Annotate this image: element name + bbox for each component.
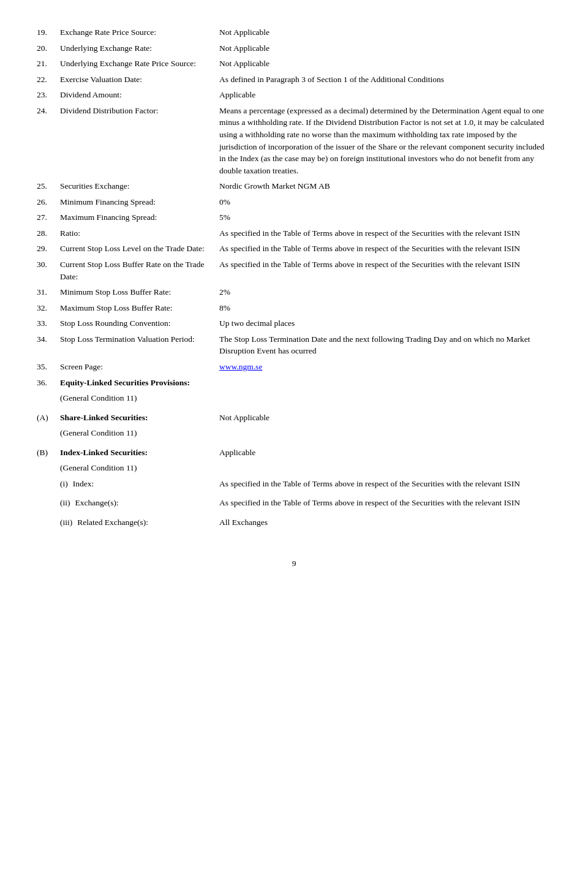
table-row: (B)Index-Linked Securities:Applicable — [37, 445, 551, 461]
row-number: 32. — [37, 300, 60, 316]
row-label: Securities Exchange: — [60, 178, 219, 194]
table-row: 30.Current Stop Loss Buffer Rate on the … — [37, 257, 551, 284]
row-number: 36. — [37, 375, 60, 391]
row-number: 26. — [37, 194, 60, 210]
row-number: 21. — [37, 56, 60, 72]
table-row: (ii)Exchange(s):As specified in the Tabl… — [37, 495, 551, 511]
row-number: 23. — [37, 87, 60, 103]
table-row: 19.Exchange Rate Price Source:Not Applic… — [37, 25, 551, 40]
row-label: Minimum Stop Loss Buffer Rate: — [60, 284, 219, 300]
row-value: Not Applicable — [219, 25, 551, 40]
row-label: Current Stop Loss Level on the Trade Dat… — [60, 241, 219, 257]
row-label: Underlying Exchange Rate Price Source: — [60, 56, 219, 72]
table-row: (A)Share-Linked Securities:Not Applicabl… — [37, 410, 551, 426]
table-row: (General Condition 11) — [37, 390, 551, 406]
row-label: Exercise Valuation Date: — [60, 72, 219, 88]
table-row: (General Condition 11) — [37, 460, 551, 476]
row-label: Current Stop Loss Buffer Rate on the Tra… — [60, 257, 219, 284]
table-row: 20.Underlying Exchange Rate:Not Applicab… — [37, 40, 551, 56]
table-row: 25.Securities Exchange:Nordic Growth Mar… — [37, 178, 551, 194]
row-value: As defined in Paragraph 3 of Section 1 o… — [219, 72, 551, 88]
row-number: 24. — [37, 103, 60, 178]
section-a-value: Not Applicable — [219, 410, 551, 426]
row-value: 0% — [219, 194, 551, 210]
row-value: Means a percentage (expressed as a decim… — [219, 103, 551, 178]
table-row: 23.Dividend Amount:Applicable — [37, 87, 551, 103]
sub-item-label: (iii)Related Exchange(s): — [60, 515, 219, 531]
sub-item-roman — [37, 476, 60, 492]
row-value: Applicable — [219, 87, 551, 103]
table-row: 29.Current Stop Loss Level on the Trade … — [37, 241, 551, 257]
sub-item-value: As specified in the Table of Terms above… — [219, 495, 551, 511]
row-label: Exchange Rate Price Source: — [60, 25, 219, 40]
row-label: Dividend Amount: — [60, 87, 219, 103]
sub-item-value: As specified in the Table of Terms above… — [219, 476, 551, 492]
row-number: 35. — [37, 359, 60, 375]
row-value: As specified in the Table of Terms above… — [219, 241, 551, 257]
row-label: Minimum Financing Spread: — [60, 194, 219, 210]
row-number: 29. — [37, 241, 60, 257]
row-number: 22. — [37, 72, 60, 88]
main-table: 19.Exchange Rate Price Source:Not Applic… — [37, 25, 551, 534]
table-row: 32.Maximum Stop Loss Buffer Rate:8% — [37, 300, 551, 316]
section-b-value: Applicable — [219, 445, 551, 461]
section-b-label: Index-Linked Securities: — [60, 445, 219, 461]
sub-item-label: (i)Index: — [60, 476, 219, 492]
row-number: 25. — [37, 178, 60, 194]
table-row: 34.Stop Loss Termination Valuation Perio… — [37, 331, 551, 359]
table-row: 27.Maximum Financing Spread:5% — [37, 210, 551, 225]
row-value[interactable]: www.ngm.se — [219, 359, 551, 375]
table-row: 26.Minimum Financing Spread:0% — [37, 194, 551, 210]
row-value: Not Applicable — [219, 56, 551, 72]
row-label: Maximum Financing Spread: — [60, 210, 219, 225]
sub-item-roman — [37, 515, 60, 531]
row-value: 8% — [219, 300, 551, 316]
sub-item-roman — [37, 495, 60, 511]
table-row: 33.Stop Loss Rounding Convention:Up two … — [37, 315, 551, 331]
sub-item-label: (ii)Exchange(s): — [60, 495, 219, 511]
table-row: (i)Index:As specified in the Table of Te… — [37, 476, 551, 492]
row-label: Stop Loss Termination Valuation Period: — [60, 331, 219, 359]
section-a-letter: (A) — [37, 410, 60, 426]
table-row: (iii)Related Exchange(s):All Exchanges — [37, 515, 551, 531]
row-label: Screen Page: — [60, 359, 219, 375]
row-value: The Stop Loss Termination Date and the n… — [219, 331, 551, 359]
section36-sub: (General Condition 11) — [60, 390, 219, 406]
row-value: As specified in the Table of Terms above… — [219, 225, 551, 241]
row-value: 2% — [219, 284, 551, 300]
row-value: Nordic Growth Market NGM AB — [219, 178, 551, 194]
row-value: 5% — [219, 210, 551, 225]
row-value — [219, 375, 551, 391]
row-value: As specified in the Table of Terms above… — [219, 257, 551, 284]
section-b-sub: (General Condition 11) — [60, 460, 219, 476]
table-row: 36.Equity-Linked Securities Provisions: — [37, 375, 551, 391]
table-row: 22.Exercise Valuation Date:As defined in… — [37, 72, 551, 88]
table-row: 21.Underlying Exchange Rate Price Source… — [37, 56, 551, 72]
page-number: 9 — [37, 559, 551, 568]
section-a-label: Share-Linked Securities: — [60, 410, 219, 426]
row-number: 30. — [37, 257, 60, 284]
row-number: 34. — [37, 331, 60, 359]
table-row: 31.Minimum Stop Loss Buffer Rate:2% — [37, 284, 551, 300]
table-row: 28.Ratio:As specified in the Table of Te… — [37, 225, 551, 241]
row-label: Underlying Exchange Rate: — [60, 40, 219, 56]
row-label: Ratio: — [60, 225, 219, 241]
row-number: 20. — [37, 40, 60, 56]
table-row: 35.Screen Page:www.ngm.se — [37, 359, 551, 375]
row-number: 27. — [37, 210, 60, 225]
row-number: 31. — [37, 284, 60, 300]
row-number: 28. — [37, 225, 60, 241]
row-label: Stop Loss Rounding Convention: — [60, 315, 219, 331]
row-label: Dividend Distribution Factor: — [60, 103, 219, 178]
row-number: 19. — [37, 25, 60, 40]
row-label: Maximum Stop Loss Buffer Rate: — [60, 300, 219, 316]
row-value: Not Applicable — [219, 40, 551, 56]
sub-item-value: All Exchanges — [219, 515, 551, 531]
table-row: (General Condition 11) — [37, 425, 551, 441]
row-number: 33. — [37, 315, 60, 331]
section-a-sub: (General Condition 11) — [60, 425, 219, 441]
row-value: Up two decimal places — [219, 315, 551, 331]
table-row: 24.Dividend Distribution Factor:Means a … — [37, 103, 551, 178]
section-b-letter: (B) — [37, 445, 60, 461]
row-label: Equity-Linked Securities Provisions: — [60, 375, 219, 391]
